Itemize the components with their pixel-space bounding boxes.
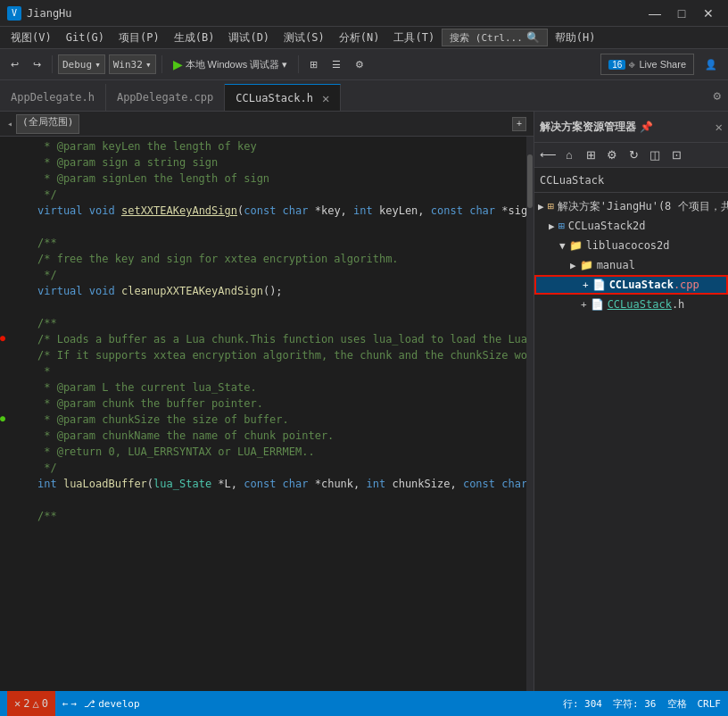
platform-dropdown[interactable]: Win32 ▾ — [109, 54, 156, 74]
toolbar-btn2[interactable]: ☰ — [327, 54, 346, 75]
line-content: * @param chunkName the name of chunk poi… — [37, 429, 530, 442]
title-text: JiangHu — [27, 7, 72, 20]
code-line-green: ● * @param chunkSize the size of buffer. — [0, 413, 534, 429]
line-content: virtual void cleanupXXTEAKeyAndSign(); — [37, 285, 530, 297]
tab-settings-icon[interactable]: ⚙ — [707, 88, 728, 103]
tab-close-icon[interactable]: ✕ — [322, 91, 329, 105]
menu-view[interactable]: 视图(V) — [4, 29, 59, 47]
forward-btn[interactable]: ↪ — [28, 54, 46, 75]
branch-status[interactable]: ⎇ develop — [84, 698, 139, 710]
branch-name: develop — [98, 698, 139, 710]
status-right: 行: 304 字符: 36 空格 CRLF — [563, 697, 721, 711]
cpp-file-icon: 📄 — [592, 279, 606, 291]
live-share-num: 16 — [608, 60, 625, 70]
search-text: 搜索 (Ctrl... — [450, 31, 523, 45]
menu-tools[interactable]: 工具(T) — [386, 29, 442, 47]
code-line: * @param signLen the length of sign — [0, 172, 534, 188]
back-btn[interactable]: ↩ — [5, 54, 24, 75]
line-content: * — [37, 365, 530, 378]
scope-expand-btn[interactable]: + — [512, 117, 526, 131]
solution-explorer-panel: 解决方案资源管理器 📌 ✕ ⟵ ⌂ ⊞ ⚙ ↻ ◫ ⊡ CCLuaStack ▶… — [534, 112, 728, 691]
tab-label-appdelegate-cpp: AppDelegate.cpp — [117, 91, 213, 104]
sol-expand-btn[interactable]: ⊡ — [666, 146, 686, 164]
account-icon[interactable]: 👤 — [699, 54, 723, 75]
sol-preview-btn[interactable]: ◫ — [645, 146, 665, 164]
tree-item-ccluastack-cpp[interactable]: + 📄 CCLuaStack.cpp — [534, 275, 728, 295]
panel-close-icon[interactable]: ✕ — [716, 120, 723, 134]
menu-project[interactable]: 项目(P) — [112, 29, 167, 47]
editor-area: ◂ (全局范围) + * @param keyLen the length of… — [0, 112, 534, 691]
cpp-ext-label: .cpp — [674, 279, 699, 291]
live-share-button[interactable]: 16 ⎆ Live Share — [600, 54, 694, 75]
char-status: 字符: 36 — [613, 697, 657, 711]
folder-icon: 📁 — [569, 239, 583, 252]
branch-icon: ⎇ — [84, 698, 95, 710]
search-icon: 🔍 — [526, 31, 540, 44]
forward-icon: ↪ — [33, 59, 41, 71]
solution-tree: ▶ ⊞ 解决方案'JiangHu'(8 个项目，共 ▶ ⊞ CCLuaStack… — [534, 193, 728, 691]
error-status[interactable]: ✕ 2 △ 0 — [7, 691, 55, 716]
code-line: * @param sign a string sign — [0, 156, 534, 172]
code-line: /** — [0, 510, 534, 526]
code-line: * @param keyLen the length of key — [0, 140, 534, 156]
menu-help[interactable]: 帮助(H) — [548, 29, 603, 47]
maximize-button[interactable]: □ — [669, 4, 694, 22]
toolbar-btn1[interactable]: ⊞ — [304, 54, 323, 75]
debug-config-dropdown[interactable]: Debug ▾ — [58, 54, 105, 74]
tab-ccluastack-h[interactable]: CCLuaStack.h ✕ — [225, 84, 341, 111]
solution-toolbar: ⟵ ⌂ ⊞ ⚙ ↻ ◫ ⊡ — [534, 143, 728, 168]
menu-git[interactable]: Git(G) — [59, 29, 112, 46]
line-content: * @param signLen the length of sign — [37, 172, 530, 185]
sol-filter-btn[interactable]: ⊞ — [581, 146, 600, 164]
code-line: /** — [0, 317, 534, 333]
solution-icon: ⊞ — [548, 200, 554, 212]
solution-panel-title: 解决方案资源管理器 — [540, 120, 636, 135]
sol-back-btn[interactable]: ⟵ — [538, 146, 558, 164]
code-editor[interactable]: * @param keyLen the length of key * @par… — [0, 137, 534, 691]
line-label: 行: 304 — [563, 697, 602, 711]
line-content: int luaLoadBuffer(lua_State *L, const ch… — [37, 478, 534, 490]
tree-item-ccluastack2d[interactable]: ▶ ⊞ CCLuaStack2d — [534, 216, 728, 236]
solution-filter: CCLuaStack — [534, 168, 728, 193]
code-line: * @param chunk the buffer pointer. — [0, 397, 534, 413]
menu-debug[interactable]: 调试(D) — [221, 29, 277, 47]
warning-count: 0 — [42, 697, 48, 710]
tab-appdelegate-cpp[interactable]: AppDelegate.cpp — [106, 84, 225, 111]
nav-left[interactable]: ← → — [62, 698, 77, 710]
tab-appdelegate-h[interactable]: AppDelegate.h — [0, 84, 106, 111]
folder-label: libluacocos2d — [586, 239, 670, 252]
tab-bar: AppDelegate.h AppDelegate.cpp CCLuaStack… — [0, 80, 728, 112]
menu-build[interactable]: 生成(B) — [167, 29, 222, 47]
editor-scrollbar[interactable] — [526, 137, 534, 691]
code-line: /* If it supports xxtea encryption algor… — [0, 349, 534, 365]
tree-root[interactable]: ▶ ⊞ 解决方案'JiangHu'(8 个项目，共 — [534, 196, 728, 216]
line-status: 行: 304 — [563, 697, 602, 711]
sol-home-btn[interactable]: ⌂ — [559, 146, 579, 164]
line-content: */ — [37, 462, 530, 474]
toolbar-btn3[interactable]: ⚙ — [350, 54, 369, 75]
gutter-dot-red: ● — [0, 333, 5, 343]
folder-icon2: 📁 — [580, 259, 593, 271]
line-content: /** — [37, 237, 530, 249]
status-bar: ✕ 2 △ 0 ← → ⎇ develop 行: 304 字符: 36 空格 C… — [0, 691, 728, 716]
tree-item-libluacocos2d[interactable]: ▼ 📁 libluacocos2d — [534, 236, 728, 255]
nav-left-icon: ← — [62, 698, 69, 710]
menu-test[interactable]: 测试(S) — [277, 29, 332, 47]
main-area: ◂ (全局范围) + * @param keyLen the length of… — [0, 112, 728, 691]
code-line — [0, 494, 534, 510]
close-button[interactable]: ✕ — [696, 4, 721, 22]
search-box[interactable]: 搜索 (Ctrl... 🔍 — [442, 29, 548, 46]
sol-refresh-btn[interactable]: ↻ — [624, 146, 643, 164]
line-content: * @param L the current lua_State. — [37, 381, 530, 394]
pin-icon[interactable]: 📌 — [640, 121, 653, 133]
tree-item-manual[interactable]: ▶ 📁 manual — [534, 255, 728, 275]
sol-properties-btn[interactable]: ⚙ — [602, 146, 622, 164]
chevron-down-icon2: ▾ — [145, 59, 152, 71]
h-file-label: CCLuaStack.h — [608, 298, 685, 311]
tree-item-ccluastack-h[interactable]: + 📄 CCLuaStack.h — [534, 295, 728, 314]
scope-dropdown[interactable]: (全局范围) — [16, 114, 79, 134]
line-content: virtual void setXXTEAKeyAndSign(const ch… — [37, 204, 534, 217]
menu-analyze[interactable]: 分析(N) — [332, 29, 387, 47]
run-button[interactable]: ▶ 本地 Windows 调试器 ▾ — [168, 54, 294, 75]
minimize-button[interactable]: — — [642, 4, 667, 22]
